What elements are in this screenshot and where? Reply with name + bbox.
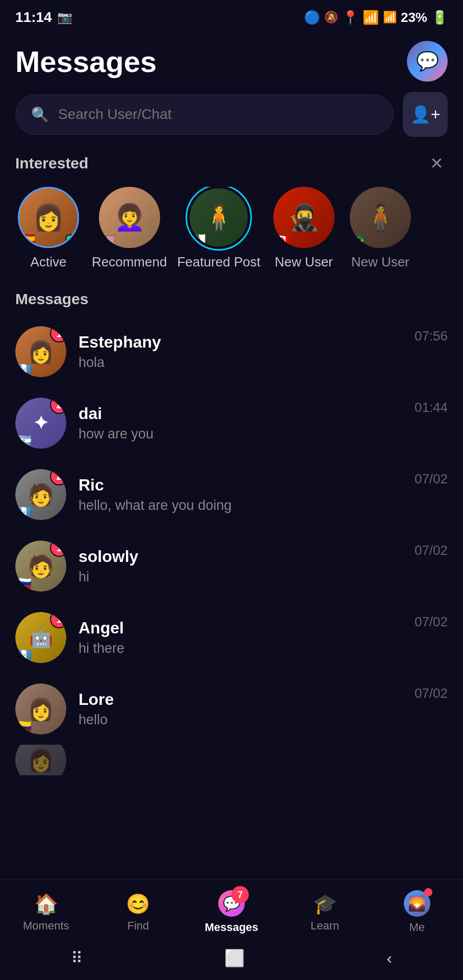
system-navigation: ⠿ ⬜ ‹	[0, 939, 463, 980]
avatar-label-newuser1: New User	[275, 254, 333, 270]
nav-item-learn[interactable]: 🎓 Learn	[299, 892, 350, 933]
volume-icon: 🔕	[324, 11, 338, 24]
nav-item-messages[interactable]: 💬 7 Messages	[204, 890, 258, 934]
avatar-estephany: 👩 🇬🇹 1	[15, 326, 66, 377]
content-lore: Lore hello	[79, 690, 402, 728]
battery-display: 23%	[401, 10, 427, 26]
flag-newuser1: 🇨🇦	[275, 235, 289, 246]
find-icon: 😊	[126, 892, 150, 915]
back-icon: ‹	[387, 949, 392, 968]
avatar-label-featured: Featured Post	[177, 254, 260, 270]
nav-label-learn: Learn	[311, 919, 339, 933]
search-bar[interactable]: 🔍	[15, 94, 394, 135]
menu-button[interactable]: ⠿	[71, 948, 83, 968]
preview-estephany: hola	[79, 355, 402, 371]
avatar-dai: ✦ 🇦🇷 2	[15, 398, 66, 449]
content-angel: Angel hi there	[79, 619, 402, 656]
content-estephany: Estephany hola	[79, 333, 402, 371]
avatar-circle-active: 👩 🇪🇸	[18, 187, 79, 248]
avatar-circle-newuser2: 🧍 🇧🇷	[350, 187, 411, 248]
status-time: 11:14 📷	[15, 9, 72, 26]
flag-ric: 🇬🇹	[16, 505, 32, 519]
avatar-circle-newuser1: 🥷 🇨🇦	[273, 187, 335, 248]
flag-featured: 🇩🇿	[192, 233, 205, 244]
avatar-lore: 👩 🇨🇴	[15, 683, 66, 734]
name-lore: Lore	[79, 690, 402, 709]
nav-label-messages: Messages	[204, 921, 258, 934]
messages-section: Messages 👩 🇬🇹 1 Estephany hola 07:56 ✦ 🇦…	[0, 280, 463, 780]
avatar-label-active: Active	[31, 254, 67, 270]
active-dot	[65, 234, 74, 243]
messages-badge: 7	[232, 886, 249, 903]
preview-dai: how are you	[79, 426, 402, 442]
interested-title: Interested	[15, 155, 88, 172]
time-solowly: 07/02	[415, 543, 448, 558]
close-interested-button[interactable]: ✕	[425, 152, 448, 175]
nav-label-me: Me	[409, 921, 425, 934]
nav-label-moments: Moments	[23, 919, 69, 933]
home-icon: ⬜	[224, 948, 245, 968]
preview-lore: hello	[79, 712, 402, 728]
name-dai: dai	[79, 404, 402, 423]
time-angel: 07/02	[415, 614, 448, 630]
app-logo[interactable]: 💬	[407, 41, 448, 82]
add-user-icon: 👤+	[410, 105, 441, 124]
message-item-solowly[interactable]: 🧑 🇷🇺 1 solowly hi 07/02	[0, 530, 463, 602]
nav-item-moments[interactable]: 🏠 Moments	[20, 892, 71, 933]
message-item-ric[interactable]: 🧑 🇬🇹 2 Ric hello, what are you doing 07/…	[0, 459, 463, 530]
back-button[interactable]: ‹	[387, 949, 392, 968]
search-input[interactable]	[58, 106, 378, 122]
interested-section: Interested ✕ 👩 🇪🇸 Active 👩‍🦱 🇺🇸 Recom	[0, 152, 463, 280]
preview-solowly: hi	[79, 569, 402, 585]
name-angel: Angel	[79, 619, 402, 638]
badge-dai: 2	[50, 398, 66, 414]
time-display: 11:14	[15, 9, 52, 26]
page-title: Messages	[15, 44, 157, 79]
me-icon: 🌄	[404, 890, 430, 917]
message-item-angel[interactable]: 🤖 🇬🇹 1 Angel hi there 07/02	[0, 602, 463, 673]
wifi-icon: 📶	[363, 10, 379, 26]
interested-avatar-featured[interactable]: 🧍 🇩🇿 Featured Post	[177, 187, 260, 270]
interested-avatar-newuser2[interactable]: 🧍 🇧🇷 New User	[347, 187, 414, 270]
nav-item-find[interactable]: 😊 Find	[113, 892, 164, 933]
add-user-button[interactable]: 👤+	[403, 92, 448, 137]
content-solowly: solowly hi	[79, 547, 402, 585]
messages-nav-avatar: 💬 7	[218, 890, 245, 917]
content-dai: dai how are you	[79, 404, 402, 442]
message-item-estephany[interactable]: 👩 🇬🇹 1 Estephany hola 07:56	[0, 316, 463, 387]
interested-header: Interested ✕	[15, 152, 448, 175]
interested-avatar-newuser1[interactable]: 🥷 🇨🇦 New User	[271, 187, 337, 270]
me-notification-dot	[424, 888, 432, 896]
avatar-label-newuser2: New User	[351, 254, 409, 270]
preview-ric: hello, what are you doing	[79, 498, 402, 513]
message-item-partial[interactable]: 👩	[0, 745, 463, 775]
avatar-ric: 🧑 🇬🇹 2	[15, 469, 66, 520]
learn-icon: 🎓	[313, 892, 337, 915]
badge-ric: 2	[50, 469, 66, 485]
badge-solowly: 1	[50, 541, 66, 557]
content-ric: Ric hello, what are you doing	[79, 476, 402, 513]
status-bar: 11:14 📷 🔵 🔕 📍 📶 📶 23% 🔋	[0, 0, 463, 31]
messages-icon: 💬 7	[218, 890, 245, 917]
interested-avatar-recommend[interactable]: 👩‍🦱 🇺🇸 Recommend	[92, 187, 167, 270]
nav-item-me[interactable]: 🌄 Me	[392, 890, 443, 934]
interested-avatar-active[interactable]: 👩 🇪🇸 Active	[15, 187, 82, 270]
name-estephany: Estephany	[79, 333, 402, 352]
messages-section-title: Messages	[0, 285, 463, 316]
badge-estephany: 1	[50, 326, 66, 342]
avatar-angel: 🤖 🇬🇹 1	[15, 612, 66, 663]
flag-active: 🇪🇸	[21, 233, 35, 244]
time-estephany: 07:56	[415, 328, 448, 344]
moments-icon: 🏠	[34, 892, 58, 915]
home-button[interactable]: ⬜	[224, 948, 245, 968]
page-header: Messages 💬	[0, 31, 463, 92]
status-icons: 🔵 🔕 📍 📶 📶 23% 🔋	[304, 10, 448, 26]
signal-icon: 📶	[383, 11, 397, 24]
message-item-dai[interactable]: ✦ 🇦🇷 2 dai how are you 01:44	[0, 387, 463, 459]
nav-label-find: Find	[127, 919, 149, 933]
flag-newuser2: 🇧🇷	[352, 235, 366, 246]
avatar-partial: 👩	[15, 745, 66, 775]
nav-items-container: 🏠 Moments 😊 Find 💬 7 Messages 🎓 Lear	[0, 880, 463, 939]
message-item-lore[interactable]: 👩 🇨🇴 Lore hello 07/02	[0, 673, 463, 745]
avatar-circle-featured: 🧍 🇩🇿	[188, 187, 249, 248]
